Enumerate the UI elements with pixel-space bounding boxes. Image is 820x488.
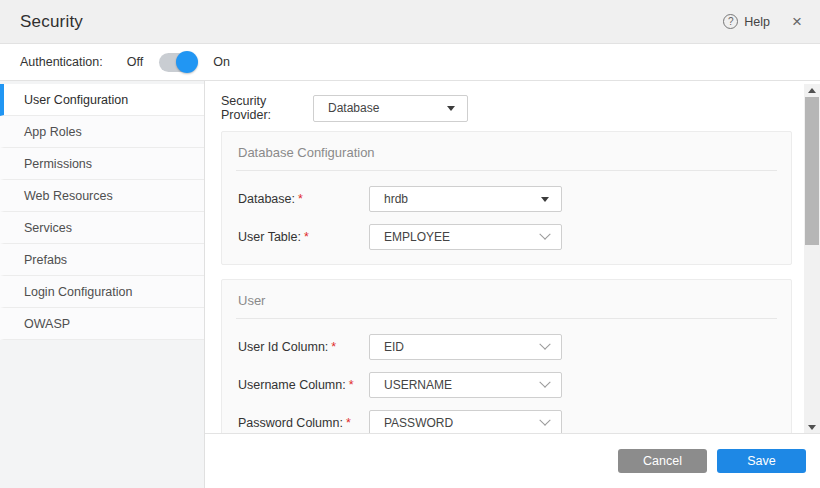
label-text: Password Column: xyxy=(238,416,343,430)
dialog-body: User Configuration App Roles Permissions… xyxy=(0,81,820,488)
sidebar: User Configuration App Roles Permissions… xyxy=(0,81,205,488)
security-provider-select[interactable]: Database xyxy=(313,95,468,122)
database-field-row: Database:* hrdb xyxy=(236,186,777,212)
label-text: Database: xyxy=(238,192,295,206)
sidebar-item-prefabs[interactable]: Prefabs xyxy=(0,244,204,276)
required-asterisk: * xyxy=(304,230,309,244)
user-id-column-value: EID xyxy=(384,340,541,354)
close-icon[interactable]: × xyxy=(792,13,802,30)
required-asterisk: * xyxy=(346,416,351,430)
username-column-label: Username Column:* xyxy=(236,378,369,392)
dialog-footer: Cancel Save xyxy=(205,433,820,488)
authentication-label: Authentication: xyxy=(20,55,103,69)
user-id-column-label: User Id Column:* xyxy=(236,340,369,354)
password-column-select[interactable]: PASSWORD xyxy=(369,410,562,434)
username-column-field-row: Username Column:* USERNAME xyxy=(236,372,777,398)
security-provider-value: Database xyxy=(328,101,447,115)
main-content: Security Provider: Database Database Con… xyxy=(205,81,820,488)
sidebar-item-services[interactable]: Services xyxy=(0,212,204,244)
user-table-value: EMPLOYEE xyxy=(384,230,541,244)
user-id-column-select[interactable]: EID xyxy=(369,334,562,360)
toggle-knob xyxy=(176,51,198,73)
required-asterisk: * xyxy=(331,340,336,354)
save-button[interactable]: Save xyxy=(717,449,806,473)
help-button[interactable]: ? Help xyxy=(723,14,770,29)
database-configuration-section: Database Configuration Database:* hrdb U… xyxy=(221,131,792,265)
required-asterisk: * xyxy=(298,192,303,206)
section-divider xyxy=(236,318,777,319)
database-select[interactable]: hrdb xyxy=(369,186,562,212)
security-dialog: Security ? Help × Authentication: Off On… xyxy=(0,0,820,488)
label-text: Username Column: xyxy=(238,378,346,392)
chevron-down-icon xyxy=(539,377,550,388)
sidebar-item-user-configuration[interactable]: User Configuration xyxy=(0,84,204,116)
section-title: User xyxy=(236,293,777,308)
scroll-area: Security Provider: Database Database Con… xyxy=(205,81,820,434)
arrow-down-icon xyxy=(808,425,816,430)
security-provider-row: Security Provider: Database xyxy=(221,94,792,122)
scrollbar-track[interactable] xyxy=(804,97,820,421)
label-text: User Table: xyxy=(238,230,301,244)
user-table-label: User Table:* xyxy=(236,230,369,244)
help-label: Help xyxy=(744,15,770,29)
vertical-scrollbar[interactable] xyxy=(804,84,820,434)
question-circle-icon: ? xyxy=(723,14,738,29)
database-label: Database:* xyxy=(236,192,369,206)
cancel-button[interactable]: Cancel xyxy=(618,449,707,473)
user-table-select[interactable]: EMPLOYEE xyxy=(369,224,562,250)
sidebar-item-app-roles[interactable]: App Roles xyxy=(0,116,204,148)
sidebar-item-web-resources[interactable]: Web Resources xyxy=(0,180,204,212)
sidebar-item-permissions[interactable]: Permissions xyxy=(0,148,204,180)
authentication-toggle[interactable] xyxy=(159,53,197,72)
caret-down-icon xyxy=(541,197,549,202)
chevron-down-icon xyxy=(539,229,550,240)
password-column-value: PASSWORD xyxy=(384,416,541,430)
user-table-field-row: User Table:* EMPLOYEE xyxy=(236,224,777,250)
username-column-value: USERNAME xyxy=(384,378,541,392)
sidebar-item-login-configuration[interactable]: Login Configuration xyxy=(0,276,204,308)
authentication-bar: Authentication: Off On xyxy=(0,44,820,81)
section-divider xyxy=(236,170,777,171)
sidebar-item-owasp[interactable]: OWASP xyxy=(0,308,204,340)
caret-down-icon xyxy=(447,106,455,111)
user-id-column-field-row: User Id Column:* EID xyxy=(236,334,777,360)
database-value: hrdb xyxy=(384,192,541,206)
chevron-down-icon xyxy=(539,339,550,350)
username-column-select[interactable]: USERNAME xyxy=(369,372,562,398)
scroll-up-button[interactable] xyxy=(804,84,820,97)
toggle-off-label: Off xyxy=(127,55,143,69)
password-column-field-row: Password Column:* PASSWORD xyxy=(236,410,777,434)
page-title: Security xyxy=(20,12,83,32)
toggle-on-label: On xyxy=(213,55,230,69)
user-section: User User Id Column:* EID Username Colum… xyxy=(221,279,792,434)
password-column-label: Password Column:* xyxy=(236,416,369,430)
dialog-header: Security ? Help × xyxy=(0,0,820,44)
label-text: User Id Column: xyxy=(238,340,328,354)
scrollbar-thumb[interactable] xyxy=(805,97,819,245)
required-asterisk: * xyxy=(349,378,354,392)
security-provider-label: Security Provider: xyxy=(221,94,313,122)
chevron-down-icon xyxy=(539,415,550,426)
section-title: Database Configuration xyxy=(236,145,777,160)
arrow-up-icon xyxy=(808,88,816,93)
